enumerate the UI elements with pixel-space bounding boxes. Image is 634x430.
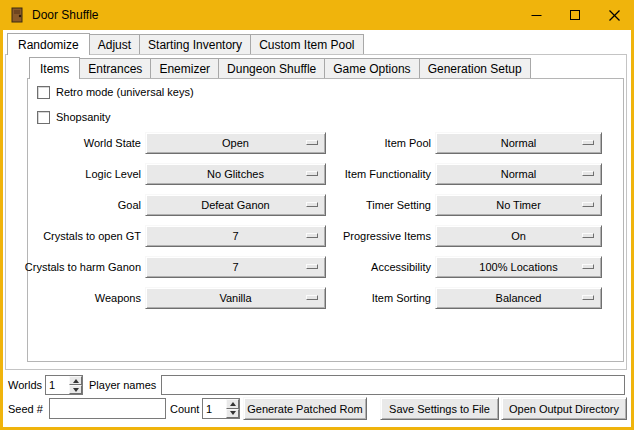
- tab-label: Custom Item Pool: [259, 38, 354, 52]
- tab-randomize[interactable]: Randomize: [7, 33, 90, 55]
- dropdown-indicator-icon: [306, 202, 318, 207]
- dropdown-accessibility[interactable]: 100% Locations: [435, 256, 602, 278]
- label-logic-level: Logic Level: [85, 167, 141, 181]
- label-accessibility: Accessibility: [371, 260, 431, 274]
- dropdown-weapons[interactable]: Vanilla: [145, 287, 326, 309]
- worlds-label: Worlds: [8, 378, 42, 392]
- tab-enemizer[interactable]: Enemizer: [150, 58, 219, 78]
- checkbox-retro-mode[interactable]: Retro mode (universal keys): [37, 84, 194, 100]
- count-spinbox[interactable]: [202, 398, 240, 419]
- count-decrement-button[interactable]: [226, 409, 239, 419]
- tab-label: Generation Setup: [428, 62, 522, 76]
- dropdown-timer-setting[interactable]: No Timer: [435, 194, 602, 216]
- dropdown-indicator-icon: [306, 264, 318, 269]
- seed-label: Seed #: [8, 402, 43, 416]
- checkbox-shopsanity[interactable]: Shopsanity: [37, 109, 110, 125]
- minimize-button[interactable]: [517, 0, 556, 30]
- dropdown-indicator-icon: [582, 171, 594, 176]
- tab-items[interactable]: Items: [29, 57, 80, 79]
- tab-label: Items: [40, 62, 69, 76]
- main-tab-bar: Randomize Adjust Starting Inventory Cust…: [7, 33, 363, 54]
- dropdown-value: 7: [232, 230, 238, 242]
- tab-dungeon-shuffle[interactable]: Dungeon Shuffle: [218, 58, 325, 78]
- worlds-input[interactable]: [46, 376, 69, 394]
- tab-custom-item-pool[interactable]: Custom Item Pool: [250, 34, 363, 54]
- dropdown-indicator-icon: [582, 202, 594, 207]
- label-progressive-items: Progressive Items: [343, 229, 431, 243]
- generate-patched-rom-button[interactable]: Generate Patched Rom: [243, 397, 367, 420]
- label-timer-setting: Timer Setting: [366, 198, 431, 212]
- dropdown-value: No Timer: [496, 199, 541, 211]
- worlds-spinbox[interactable]: [45, 375, 83, 395]
- label-item-functionality: Item Functionality: [345, 167, 431, 181]
- dropdown-value: On: [511, 230, 526, 242]
- dropdown-value: No Glitches: [207, 168, 264, 180]
- maximize-button[interactable]: [556, 0, 595, 30]
- tab-adjust[interactable]: Adjust: [89, 34, 140, 54]
- close-button[interactable]: [595, 0, 634, 30]
- titlebar[interactable]: Door Shuffle: [0, 0, 634, 30]
- dropdown-logic-level[interactable]: No Glitches: [145, 163, 326, 185]
- checkbox-icon: [37, 111, 50, 124]
- dropdown-value: Normal: [501, 168, 536, 180]
- randomize-sub-tab-bar: Items Entrances Enemizer Dungeon Shuffle…: [29, 57, 530, 78]
- up-arrow-icon: [230, 402, 236, 406]
- worlds-decrement-button[interactable]: [69, 385, 82, 394]
- dropdown-indicator-icon: [306, 140, 318, 145]
- label-goal: Goal: [118, 198, 141, 212]
- dropdown-item-sorting[interactable]: Balanced: [435, 287, 602, 309]
- tab-label: Starting Inventory: [148, 38, 242, 52]
- player-names-input[interactable]: [161, 375, 625, 395]
- label-crystals-open-gt: Crystals to open GT: [43, 229, 141, 243]
- button-label: Generate Patched Rom: [247, 403, 363, 415]
- tab-label: Adjust: [98, 38, 131, 52]
- checkbox-label: Retro mode (universal keys): [56, 86, 194, 98]
- open-output-directory-button[interactable]: Open Output Directory: [501, 397, 627, 420]
- save-settings-button[interactable]: Save Settings to File: [380, 397, 499, 420]
- dropdown-value: Open: [222, 137, 249, 149]
- button-label: Save Settings to File: [389, 403, 490, 415]
- dropdown-item-functionality[interactable]: Normal: [435, 163, 602, 185]
- dropdown-progressive-items[interactable]: On: [435, 225, 602, 247]
- count-input[interactable]: [203, 399, 226, 418]
- tab-label: Randomize: [18, 38, 79, 52]
- dropdown-indicator-icon: [306, 233, 318, 238]
- dropdown-indicator-icon: [306, 295, 318, 300]
- dropdown-indicator-icon: [306, 171, 318, 176]
- seed-input[interactable]: [49, 398, 166, 419]
- checkbox-label: Shopsanity: [56, 111, 110, 123]
- tab-game-options[interactable]: Game Options: [324, 58, 419, 78]
- minimize-icon: [531, 10, 542, 21]
- spinner-buttons: [69, 376, 82, 394]
- dropdown-indicator-icon: [582, 264, 594, 269]
- window-controls: [517, 0, 634, 30]
- dropdown-value: 100% Locations: [479, 261, 557, 273]
- dropdown-world-state[interactable]: Open: [145, 132, 326, 154]
- count-increment-button[interactable]: [226, 399, 239, 409]
- window-content: Randomize Adjust Starting Inventory Cust…: [3, 30, 631, 427]
- dropdown-crystals-harm-ganon[interactable]: 7: [145, 256, 326, 278]
- dropdown-indicator-icon: [582, 233, 594, 238]
- checkbox-icon: [37, 86, 50, 99]
- app-icon: [9, 7, 25, 23]
- tab-starting-inventory[interactable]: Starting Inventory: [139, 34, 251, 54]
- player-names-label: Player names: [89, 378, 156, 392]
- label-item-pool: Item Pool: [385, 136, 431, 150]
- maximize-icon: [570, 10, 581, 21]
- up-arrow-icon: [73, 379, 79, 383]
- tab-generation-setup[interactable]: Generation Setup: [419, 58, 531, 78]
- tab-label: Entrances: [88, 62, 142, 76]
- label-crystals-harm-ganon: Crystals to harm Ganon: [25, 260, 141, 274]
- label-weapons: Weapons: [95, 291, 141, 305]
- tab-label: Dungeon Shuffle: [227, 62, 316, 76]
- dropdown-crystals-open-gt[interactable]: 7: [145, 225, 326, 247]
- label-item-sorting: Item Sorting: [372, 291, 431, 305]
- window-title: Door Shuffle: [32, 8, 99, 22]
- tab-entrances[interactable]: Entrances: [79, 58, 151, 78]
- dropdown-item-pool[interactable]: Normal: [435, 132, 602, 154]
- label-world-state: World State: [84, 136, 141, 150]
- dropdown-goal[interactable]: Defeat Ganon: [145, 194, 326, 216]
- button-label: Open Output Directory: [509, 403, 619, 415]
- dropdown-indicator-icon: [582, 295, 594, 300]
- worlds-increment-button[interactable]: [69, 376, 82, 385]
